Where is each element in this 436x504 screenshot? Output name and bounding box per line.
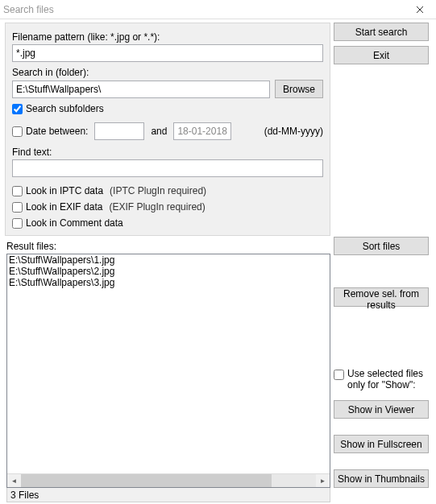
scroll-track[interactable] xyxy=(21,474,316,487)
filename-pattern-input[interactable] xyxy=(12,44,323,62)
close-button[interactable] xyxy=(404,1,436,19)
browse-button[interactable]: Browse xyxy=(275,80,323,98)
scroll-left-arrow[interactable]: ◄ xyxy=(7,474,21,487)
use-selected-checkbox[interactable] xyxy=(334,370,344,380)
and-label: and xyxy=(151,126,167,137)
show-fullscreen-button[interactable]: Show in Fullscreen xyxy=(334,435,429,453)
exit-button[interactable]: Exit xyxy=(334,46,429,64)
iptc-checkbox[interactable] xyxy=(12,186,23,196)
list-item[interactable]: E:\Stuff\Wallpapers\1.jpg xyxy=(7,254,330,266)
search-subfolders-checkbox[interactable] xyxy=(12,104,23,114)
date-from-input[interactable] xyxy=(94,122,144,140)
filename-pattern-label: Filename pattern (like: *.jpg or *.*): xyxy=(12,31,323,43)
results-box: E:\Stuff\Wallpapers\1.jpg E:\Stuff\Wallp… xyxy=(6,254,330,488)
exif-label: Look in EXIF data xyxy=(26,201,102,213)
comment-checkbox[interactable] xyxy=(12,218,23,229)
comment-label: Look in Comment data xyxy=(26,217,123,229)
search-folder-input[interactable] xyxy=(12,81,270,98)
result-files-label: Result files: xyxy=(6,241,330,252)
scroll-right-arrow[interactable]: ► xyxy=(316,474,330,487)
search-panel: Filename pattern (like: *.jpg or *.*): S… xyxy=(5,23,330,236)
close-icon xyxy=(416,6,424,14)
exif-note: (EXIF PlugIn required) xyxy=(109,201,205,213)
iptc-note: (IPTC PlugIn required) xyxy=(110,185,206,196)
date-format-label: (dd-MM-yyyy) xyxy=(264,126,323,137)
iptc-label: Look in IPTC data xyxy=(26,185,103,196)
exif-checkbox[interactable] xyxy=(12,202,23,213)
show-thumbnails-button[interactable]: Show in Thumbnails xyxy=(334,469,429,488)
titlebar: Search files xyxy=(0,0,436,19)
remove-sel-button[interactable]: Remove sel. from results xyxy=(334,287,429,307)
search-in-label: Search in (folder): xyxy=(12,67,323,78)
find-text-label: Find text: xyxy=(12,147,323,158)
date-between-checkbox[interactable] xyxy=(12,126,23,137)
find-text-input[interactable] xyxy=(12,159,323,177)
window-title: Search files xyxy=(3,4,404,15)
use-selected-label: Use selected files only for "Show": xyxy=(347,368,432,390)
scroll-thumb[interactable] xyxy=(21,474,272,487)
date-to-input[interactable] xyxy=(173,122,231,140)
sort-files-button[interactable]: Sort files xyxy=(334,237,429,255)
status-bar: 3 Files xyxy=(6,488,330,502)
show-viewer-button[interactable]: Show in Viewer xyxy=(334,400,429,419)
list-item[interactable]: E:\Stuff\Wallpapers\3.jpg xyxy=(7,277,330,288)
search-subfolders-label: Search subfolders xyxy=(26,103,104,114)
start-search-button[interactable]: Start search xyxy=(334,23,429,41)
list-item[interactable]: E:\Stuff\Wallpapers\2.jpg xyxy=(7,266,330,277)
results-list[interactable]: E:\Stuff\Wallpapers\1.jpg E:\Stuff\Wallp… xyxy=(7,254,330,473)
horizontal-scrollbar[interactable]: ◄ ► xyxy=(7,473,330,487)
date-between-label: Date between: xyxy=(26,126,88,137)
